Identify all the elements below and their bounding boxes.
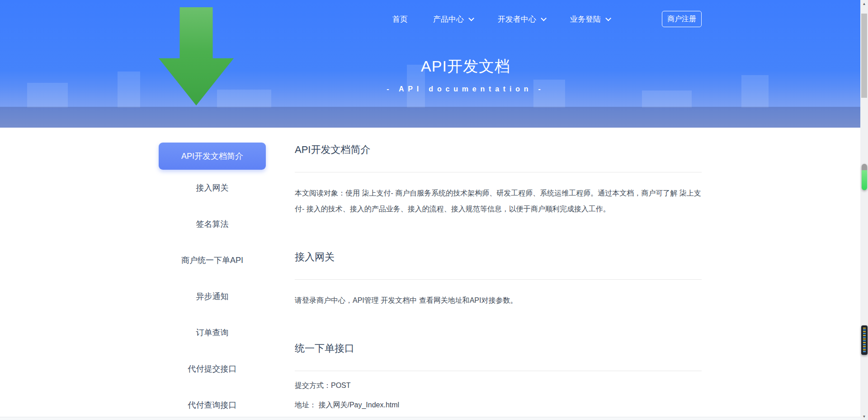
doc-content: API开发文档简介 本文阅读对象：使用 柒上支付- 商户自服务系统的技术架构师、…: [295, 143, 702, 420]
nav-item-products[interactable]: 产品中心: [433, 14, 472, 24]
chevron-down-icon: [605, 15, 611, 21]
section-heading-gateway: 接入网关: [295, 250, 702, 264]
divider: [295, 371, 702, 371]
sidebar-item-payout-query[interactable]: 代付查询接口: [159, 387, 266, 420]
sidebar-item-unified-order-api[interactable]: 商户统一下单API: [159, 242, 266, 278]
section-paragraph-intro: 本文阅读对象：使用 柒上支付- 商户自服务系统的技术架构师、研发工程师、系统运维…: [295, 185, 702, 217]
nav-item-developer-center[interactable]: 开发者中心: [498, 14, 545, 24]
sidebar-item-signature-algorithm[interactable]: 签名算法: [159, 206, 266, 242]
city-skyline-band: [0, 107, 860, 128]
merchant-register-button[interactable]: 商户注册: [662, 11, 702, 27]
top-nav: 首页 产品中心 开发者中心 业务登陆: [392, 0, 609, 38]
next-section-edge: [0, 417, 860, 420]
divider: [295, 172, 702, 172]
hero-text-block: API开发文档 - API documentation -: [285, 56, 646, 93]
submit-method-line: 提交方式：POST: [295, 381, 702, 391]
vertical-scrollbar[interactable]: ▲ ▼: [860, 0, 868, 420]
chevron-down-icon: [468, 15, 474, 21]
gateway-address-line: 地址： 接入网关/Pay_Index.html: [295, 401, 702, 410]
sidebar-item-order-query[interactable]: 订单查询: [159, 315, 266, 351]
scroll-up-arrow-icon[interactable]: ▲: [860, 0, 868, 7]
dark-striped-pill-widget[interactable]: [861, 325, 868, 355]
sidebar-item-payout-submit[interactable]: 代付提交接口: [159, 351, 266, 387]
sidebar-item-async-notify[interactable]: 异步通知: [159, 278, 266, 315]
sidebar-item-gateway[interactable]: 接入网关: [159, 170, 266, 206]
section-paragraph-gateway: 请登录商户中心，API管理 开发文档中 查看网关地址和API对接参数。: [295, 292, 702, 308]
sidebar-item-api-doc-intro[interactable]: API开发文档简介: [159, 143, 266, 170]
chevron-down-icon: [541, 15, 547, 21]
section-heading-unified-order: 统一下单接口: [295, 342, 702, 355]
divider: [295, 279, 702, 280]
nav-item-home[interactable]: 首页: [392, 14, 408, 24]
green-progress-pill-widget[interactable]: [862, 164, 867, 190]
page-title: API开发文档: [285, 56, 646, 77]
scrollbar-thumb[interactable]: [861, 14, 867, 98]
doc-sidebar: API开发文档简介 接入网关 签名算法 商户统一下单API 异步通知 订单查询 …: [159, 143, 266, 420]
page-subtitle: - API documentation -: [285, 85, 646, 93]
scroll-down-arrow-icon[interactable]: ▼: [860, 413, 868, 420]
hero-header: 首页 产品中心 开发者中心 业务登陆 商户注册 API开发文档 - API do…: [0, 0, 860, 128]
page: 首页 产品中心 开发者中心 业务登陆 商户注册 API开发文档 - API do…: [0, 0, 868, 420]
nav-item-business-login[interactable]: 业务登陆: [570, 14, 609, 24]
section-heading-intro: API开发文档简介: [295, 143, 702, 157]
